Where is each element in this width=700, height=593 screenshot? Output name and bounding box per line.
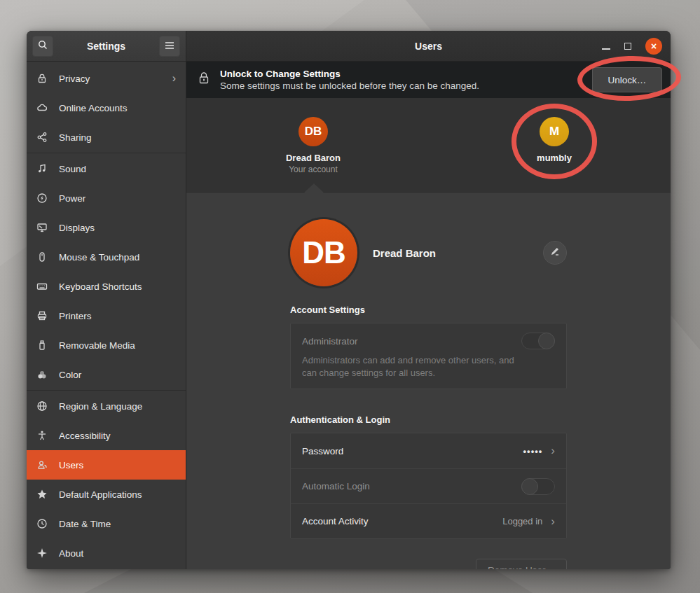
password-label: Password — [302, 446, 343, 456]
share-icon — [36, 132, 48, 143]
profile-row: DB Dread Baron — [290, 219, 567, 286]
sidebar-item-displays[interactable]: Displays — [27, 213, 186, 242]
sidebar-item-about[interactable]: About — [27, 538, 186, 568]
administrator-toggle — [521, 333, 555, 349]
pencil-icon — [550, 246, 560, 259]
annotation-circle-mumbly — [512, 104, 597, 179]
chevron-right-icon: › — [551, 515, 555, 529]
sidebar-separator — [27, 390, 186, 391]
lock-icon — [198, 71, 210, 88]
keyboard-icon — [36, 281, 48, 292]
sidebar-item-region-language[interactable]: Region & Language — [27, 391, 186, 421]
sidebar-item-printers[interactable]: Printers — [27, 301, 186, 330]
display-icon — [36, 222, 48, 233]
automatic-login-label: Automatic Login — [302, 481, 370, 491]
sidebar-item-color[interactable]: Color — [27, 360, 186, 389]
section-heading-account-settings: Account Settings — [290, 305, 567, 315]
sidebar: Settings Privacy › Online Accounts Shari… — [27, 31, 186, 569]
hamburger-icon — [165, 40, 174, 53]
sidebar-item-keyboard-shortcuts[interactable]: Keyboard Shortcuts — [27, 272, 186, 301]
banner-text: Unlock to Change Settings Some settings … — [220, 69, 592, 91]
banner-subtitle: Some settings must be unlocked before th… — [220, 81, 592, 91]
globe-icon — [36, 400, 48, 412]
edit-name-button[interactable] — [543, 241, 567, 265]
section-heading-auth-login: Authentication & Login — [290, 414, 567, 425]
menu-button[interactable] — [159, 36, 180, 57]
user-details-panel: DB Dread Baron Account Settings Administ… — [186, 193, 671, 569]
content-pane: Users × Unlock to Change Settings Some s… — [186, 31, 671, 569]
sidebar-item-mouse-touchpad[interactable]: Mouse & Touchpad — [27, 242, 186, 272]
sidebar-item-privacy[interactable]: Privacy › — [27, 64, 186, 93]
sidebar-item-default-applications[interactable]: Default Applications — [27, 480, 186, 509]
clock-icon — [36, 518, 48, 529]
cloud-icon — [36, 102, 48, 113]
password-row[interactable]: Password ••••• › — [291, 433, 566, 468]
password-value: ••••• — [523, 446, 543, 456]
automatic-login-toggle — [521, 478, 555, 495]
auth-login-card: Password ••••• › Automatic Login Account… — [290, 433, 567, 539]
account-activity-label: Account Activity — [302, 516, 369, 526]
remove-user-button: Remove User… — [476, 559, 567, 569]
accessibility-person-icon — [36, 430, 48, 441]
color-circles-icon — [36, 369, 48, 380]
user-chip-dread-baron[interactable]: DB Dread Baron Your account — [264, 117, 362, 174]
selected-user-pointer — [304, 183, 324, 193]
automatic-login-row: Automatic Login — [291, 468, 566, 503]
chevron-right-icon: › — [551, 444, 555, 458]
profile-name: Dread Baron — [373, 247, 543, 259]
printer-icon — [36, 310, 48, 321]
sidebar-titlebar[interactable]: Settings — [27, 31, 186, 62]
sidebar-item-removable-media[interactable]: Removable Media — [27, 330, 186, 360]
sidebar-item-accessibility[interactable]: Accessibility — [27, 421, 186, 450]
user-switcher: DB Dread Baron Your account M mumbly — [186, 98, 671, 193]
close-button[interactable]: × — [645, 38, 662, 55]
chevron-right-icon: › — [172, 72, 176, 85]
sidebar-item-sharing[interactable]: Sharing — [27, 123, 186, 152]
banner-title: Unlock to Change Settings — [220, 69, 592, 79]
administrator-label: Administrator — [302, 336, 358, 347]
account-settings-card: Administrator Administrators can add and… — [290, 323, 567, 389]
sparkle-icon — [36, 547, 48, 559]
sidebar-separator — [27, 153, 186, 153]
users-icon — [36, 459, 48, 470]
administrator-description: Administrators can add and remove other … — [302, 354, 526, 379]
sidebar-list: Privacy › Online Accounts Sharing Sound … — [27, 62, 186, 569]
account-activity-value: Logged in — [502, 516, 542, 526]
star-icon — [36, 489, 48, 500]
search-button[interactable] — [32, 36, 53, 57]
sidebar-item-users[interactable]: Users — [27, 450, 186, 480]
mouse-icon — [36, 251, 48, 263]
sidebar-item-online-accounts[interactable]: Online Accounts — [27, 93, 186, 123]
lock-icon — [36, 73, 48, 84]
sidebar-item-date-time[interactable]: Date & Time — [27, 509, 186, 538]
maximize-button[interactable] — [624, 43, 631, 50]
flash-drive-icon — [36, 340, 48, 351]
user-name: Dread Baron — [286, 153, 341, 163]
sidebar-item-sound[interactable]: Sound — [27, 154, 186, 183]
music-note-icon — [36, 163, 48, 174]
sidebar-item-power[interactable]: Power — [27, 183, 186, 213]
account-activity-row[interactable]: Account Activity Logged in › — [291, 503, 566, 538]
minimize-button[interactable] — [602, 48, 610, 50]
profile-avatar[interactable]: DB — [290, 219, 357, 286]
page-title: Users — [415, 41, 442, 52]
content-titlebar[interactable]: Users × — [186, 31, 671, 62]
search-icon — [37, 39, 48, 53]
power-icon — [36, 193, 48, 204]
user-subtitle: Your account — [289, 165, 338, 174]
avatar-dread-baron: DB — [298, 117, 328, 146]
